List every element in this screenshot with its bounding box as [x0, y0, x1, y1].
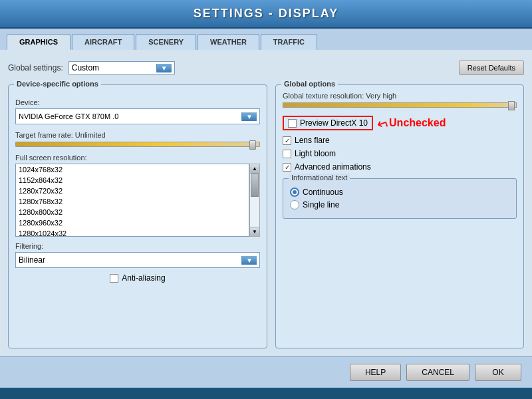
resolution-scrollbar[interactable]: ▲ ▼ — [249, 164, 260, 237]
filtering-dropdown[interactable]: Bilinear ▼ — [15, 252, 260, 268]
main-container: GRAPHICS AIRCRAFT SCENERY WEATHER TRAFFI… — [0, 29, 532, 388]
texture-slider[interactable] — [283, 102, 517, 108]
cancel-button[interactable]: CANCEL — [406, 364, 469, 381]
global-settings-group: Global settings: Custom ▼ — [8, 61, 175, 74]
tab-traffic[interactable]: TRAFFIC — [261, 34, 317, 50]
global-settings-label: Global settings: — [8, 63, 63, 72]
resolution-item-4[interactable]: 1280x800x32 — [16, 207, 249, 217]
device-panel-title: Device-specific options — [14, 80, 101, 88]
lens-flare-row: Lens flare — [283, 136, 517, 145]
ok-button[interactable]: OK — [475, 364, 521, 381]
arrow-icon: ↵ — [374, 113, 392, 134]
tab-aircraft[interactable]: AIRCRAFT — [72, 34, 134, 50]
light-bloom-label: Light bloom — [295, 149, 336, 158]
unchecked-annotation-label: Unchecked — [389, 117, 446, 129]
resolution-listbox-wrapper: 1024x768x32 1152x864x32 1280x720x32 1280… — [15, 164, 260, 237]
info-text-title: Informational text — [289, 174, 350, 182]
preview-dx10-row: Preview DirectX 10 ↵ Unchecked — [283, 114, 517, 132]
resolution-item-6[interactable]: 1280x1024x32 — [16, 228, 249, 237]
frame-rate-slider[interactable] — [15, 142, 260, 147]
advanced-animations-checkbox[interactable] — [283, 163, 291, 172]
preview-dx10-checkbox[interactable] — [288, 119, 297, 128]
global-settings-dropdown[interactable]: Custom ▼ — [68, 61, 175, 74]
content-area: Global settings: Custom ▼ Reset Defaults… — [0, 50, 532, 356]
global-options-panel: Global options Global texture resolution… — [275, 84, 524, 348]
frame-rate-label: Target frame rate: Unlimited — [15, 131, 260, 139]
global-panel-title: Global options — [281, 80, 338, 88]
texture-thumb[interactable] — [508, 101, 515, 110]
anti-aliasing-label: Anti-aliasing — [122, 273, 165, 283]
frame-rate-track — [15, 142, 260, 147]
dropdown-arrow-icon: ▼ — [156, 64, 172, 72]
scrollbar-thumb[interactable] — [251, 174, 259, 197]
preview-dx10-label: Preview DirectX 10 — [300, 118, 368, 128]
radio-continuous[interactable] — [290, 188, 299, 197]
anti-aliasing-row: Anti-aliasing — [15, 273, 260, 283]
filtering-label: Filtering: — [15, 242, 260, 250]
help-button[interactable]: HELP — [350, 364, 401, 381]
anti-aliasing-checkbox[interactable] — [110, 274, 118, 283]
preview-dx10-highlight: Preview DirectX 10 — [283, 116, 373, 130]
resolution-listbox[interactable]: 1024x768x32 1152x864x32 1280x720x32 1280… — [15, 164, 249, 237]
window-title: SETTINGS - DISPLAY — [0, 0, 532, 29]
tab-weather[interactable]: WEATHER — [198, 34, 259, 50]
reset-defaults-button[interactable]: Reset Defaults — [459, 61, 524, 75]
device-dropdown-arrow-icon: ▼ — [241, 112, 257, 121]
resolution-item-3[interactable]: 1280x768x32 — [16, 196, 249, 207]
advanced-animations-label: Advanced animations — [295, 162, 371, 172]
device-specific-panel: Device-specific options Device: NVIDIA G… — [8, 84, 267, 348]
resolution-item-1[interactable]: 1152x864x32 — [16, 175, 249, 186]
bottom-bar: HELP CANCEL OK — [0, 356, 532, 388]
lens-flare-label: Lens flare — [295, 136, 330, 145]
frame-rate-thumb[interactable] — [249, 140, 256, 150]
texture-label: Global texture resolution: Very high — [283, 92, 517, 100]
informational-text-group: Informational text Continuous Single lin… — [283, 178, 517, 219]
lens-flare-checkbox[interactable] — [283, 136, 291, 145]
tabs-row: GRAPHICS AIRCRAFT SCENERY WEATHER TRAFFI… — [0, 29, 532, 50]
panels-row: Device-specific options Device: NVIDIA G… — [8, 84, 524, 348]
radio-continuous-row[interactable]: Continuous — [290, 188, 509, 197]
tab-graphics[interactable]: GRAPHICS — [7, 34, 70, 50]
advanced-animations-row: Advanced animations — [283, 162, 517, 172]
scrollbar-up-btn[interactable]: ▲ — [250, 164, 259, 174]
light-bloom-checkbox[interactable] — [283, 150, 291, 158]
device-label: Device: — [15, 98, 260, 106]
scrollbar-down-btn[interactable]: ▼ — [250, 227, 259, 236]
radio-single-label: Single line — [303, 200, 339, 209]
radio-single-row[interactable]: Single line — [290, 200, 509, 209]
resolution-item-5[interactable]: 1280x960x32 — [16, 217, 249, 228]
light-bloom-row: Light bloom — [283, 149, 517, 158]
resolution-label: Full screen resolution: — [15, 154, 260, 162]
unchecked-annotation-area: ↵ Unchecked — [377, 114, 446, 132]
scrollbar-track — [250, 174, 259, 227]
radio-single[interactable] — [290, 200, 299, 209]
device-dropdown[interactable]: NVIDIA GeForce GTX 870M .0 ▼ — [15, 108, 260, 124]
filtering-dropdown-arrow-icon: ▼ — [241, 256, 257, 265]
tab-scenery[interactable]: SCENERY — [136, 34, 196, 50]
radio-continuous-label: Continuous — [303, 188, 343, 197]
resolution-item-2[interactable]: 1280x720x32 — [16, 186, 249, 196]
top-bar: Global settings: Custom ▼ Reset Defaults — [8, 58, 524, 78]
resolution-item-0[interactable]: 1024x768x32 — [16, 164, 249, 175]
